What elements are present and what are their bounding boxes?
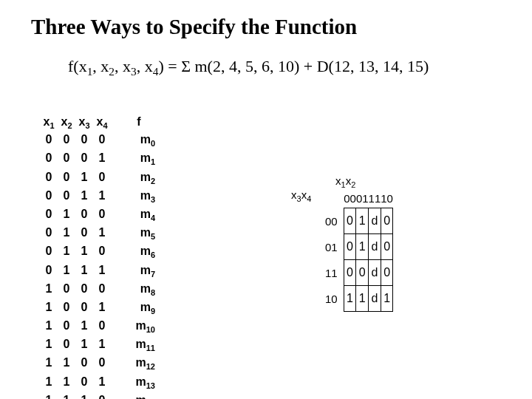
kmap-cell: 0 — [344, 234, 356, 260]
truth-bit: 1 — [93, 375, 111, 393]
truth-table-row: 1001m9 — [40, 300, 155, 318]
truth-bit: 1 — [93, 263, 111, 282]
truth-bit: 1 — [75, 393, 93, 399]
kmap-row-header: 10 — [325, 286, 344, 312]
truth-bit: 0 — [75, 300, 93, 318]
truth-table-row: 0001m1 — [40, 151, 155, 169]
truth-table-row: 0110m6 — [40, 244, 155, 262]
truth-bit: 0 — [75, 225, 93, 244]
kmap-cell: 1 — [356, 208, 369, 234]
truth-bit: 1 — [93, 188, 111, 207]
kmap-cell: d — [369, 208, 381, 234]
truth-bit: 0 — [75, 282, 93, 300]
minterm-label: m5 — [123, 225, 155, 244]
truth-bit: 1 — [75, 244, 93, 262]
kmap-col-var: x1x2 — [335, 174, 355, 189]
truth-bit: 0 — [58, 170, 75, 188]
kmap-col-header: 10 — [381, 189, 393, 208]
truth-bit: 1 — [40, 355, 58, 374]
truth-table-row: 0111m7 — [40, 263, 155, 282]
kmap-cell: 1 — [381, 286, 393, 312]
minterm-label: m13 — [123, 375, 155, 393]
kmap-cell: 0 — [381, 234, 393, 260]
kmap-cell: d — [369, 286, 381, 312]
truth-bit: 0 — [93, 318, 111, 337]
truth-bit: 1 — [75, 337, 93, 355]
truth-table: x1 x2 x3 x4 f 0000m00001m10010m20011m301… — [40, 115, 155, 399]
page-title: Three Ways to Specify the Function — [0, 0, 532, 39]
truth-bit: 1 — [58, 355, 75, 374]
truth-bit: 1 — [40, 282, 58, 300]
truth-table-row: 1000m8 — [40, 282, 155, 300]
truth-bit: 1 — [40, 375, 58, 393]
truth-table-row: 0101m5 — [40, 225, 155, 244]
truth-bit: 1 — [75, 188, 93, 207]
truth-bit: 0 — [75, 132, 93, 151]
truth-bit: 0 — [40, 263, 58, 282]
truth-bit: 0 — [40, 132, 58, 151]
truth-bit: 0 — [40, 170, 58, 188]
truth-table-row: 1011m11 — [40, 337, 155, 355]
kmap-col-header: 01 — [356, 189, 369, 208]
truth-bit: 0 — [58, 151, 75, 169]
truth-bit: 0 — [40, 151, 58, 169]
minterm-label: m11 — [123, 337, 155, 355]
truth-bit: 1 — [58, 263, 75, 282]
kmap-cell: d — [369, 260, 381, 286]
kmap-row-var: x3x4 — [291, 188, 311, 203]
truth-bit: 0 — [75, 375, 93, 393]
minterm-label: m0 — [123, 132, 155, 151]
truth-bit: 1 — [58, 375, 75, 393]
kmap-row-header: 11 — [325, 260, 344, 286]
truth-table-row: 0011m3 — [40, 188, 155, 207]
truth-bit: 1 — [75, 170, 93, 188]
kmap-cell: 1 — [356, 234, 369, 260]
minterm-label: m4 — [123, 207, 155, 225]
truth-table-row: 1100m12 — [40, 355, 155, 374]
kmap-row-header: 00 — [325, 208, 344, 234]
truth-bit: 0 — [58, 188, 75, 207]
truth-bit: 1 — [40, 337, 58, 355]
truth-bit: 0 — [58, 337, 75, 355]
kmap-cell: 0 — [381, 208, 393, 234]
truth-bit: 1 — [58, 244, 75, 262]
truth-bit: 0 — [58, 318, 75, 337]
truth-bit: 0 — [40, 244, 58, 262]
truth-bit: 1 — [93, 300, 111, 318]
truth-bit: 1 — [75, 318, 93, 337]
kmap-col-header: 11 — [369, 189, 381, 208]
minterm-label: m12 — [123, 355, 155, 374]
kmap-cell: 0 — [381, 260, 393, 286]
truth-bit: 0 — [93, 393, 111, 399]
truth-bit: 0 — [40, 188, 58, 207]
truth-bit: 0 — [58, 282, 75, 300]
truth-bit: 1 — [58, 207, 75, 225]
truth-table-row: 0000m0 — [40, 132, 155, 151]
truth-bit: 0 — [93, 244, 111, 262]
truth-bit: 0 — [58, 132, 75, 151]
truth-bit: 0 — [75, 151, 93, 169]
minterm-label: m1 — [123, 151, 155, 169]
truth-table-row: 0010m2 — [40, 170, 155, 188]
kmap-cell: 0 — [344, 260, 356, 286]
minterm-label: m7 — [123, 263, 155, 282]
truth-bit: 0 — [58, 300, 75, 318]
minterm-label: m10 — [123, 318, 155, 337]
truth-bit: 0 — [40, 207, 58, 225]
kmap-cell: 1 — [356, 286, 369, 312]
minterm-label: m2 — [123, 170, 155, 188]
truth-bit: 0 — [40, 225, 58, 244]
kmap-cell: 0 — [344, 208, 356, 234]
truth-bit: 0 — [93, 355, 111, 374]
function-equation: f(x1, x2, x3, x4) = Σ m(2, 4, 5, 6, 10) … — [0, 39, 532, 78]
minterm-label: m3 — [123, 188, 155, 207]
truth-bit: 1 — [58, 225, 75, 244]
truth-bit: 0 — [75, 207, 93, 225]
truth-bit: 1 — [93, 225, 111, 244]
kmap-col-header: 00 — [344, 189, 356, 208]
truth-bit: 1 — [93, 151, 111, 169]
truth-bit: 1 — [40, 393, 58, 399]
truth-bit: 1 — [40, 318, 58, 337]
truth-bit: 1 — [93, 337, 111, 355]
kmap-cell: 0 — [356, 260, 369, 286]
